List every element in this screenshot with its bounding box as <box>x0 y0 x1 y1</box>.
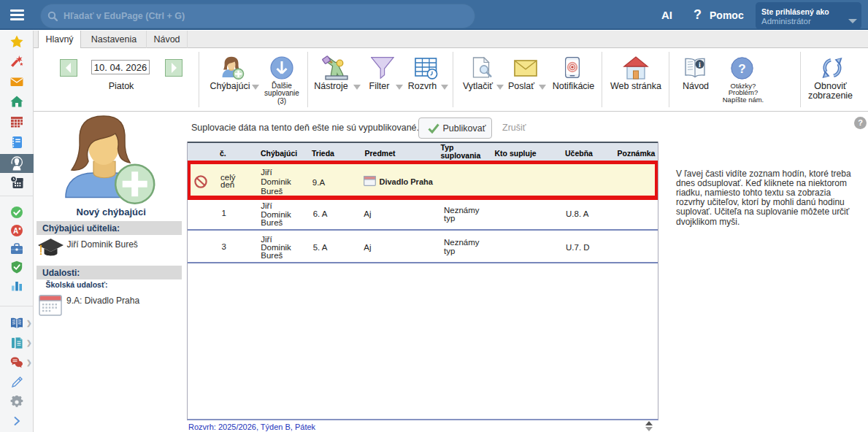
svg-text:A: A <box>13 227 18 235</box>
svg-text:i: i <box>699 61 701 69</box>
svg-text:?: ? <box>738 61 745 75</box>
